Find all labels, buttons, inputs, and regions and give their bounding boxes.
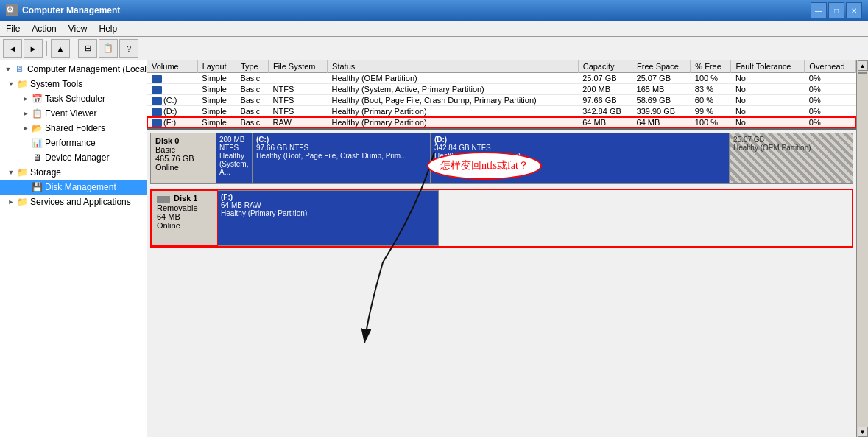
tree-label-performance: Performance bbox=[45, 138, 96, 148]
tree-system-tools[interactable]: ▼ 📁 System Tools bbox=[0, 77, 147, 91]
tree-label-services-apps: Services and Applications bbox=[30, 197, 131, 207]
scroll-thumb[interactable] bbox=[858, 72, 867, 74]
cell-pctfree: 100 % bbox=[691, 117, 731, 128]
left-pane: ▼ 🖥 Computer Management (Local ▼ 📁 Syste… bbox=[0, 60, 147, 437]
table-row[interactable]: SimpleBasicNTFSHealthy (System, Active, … bbox=[147, 84, 856, 95]
expander-event-viewer[interactable]: ► bbox=[21, 108, 31, 119]
cell-overhead: 0% bbox=[805, 95, 856, 106]
cell-filesystem: NTFS bbox=[269, 84, 328, 95]
expander-shared-folders[interactable]: ► bbox=[21, 123, 31, 133]
tree-performance[interactable]: ► 📊 Performance bbox=[0, 136, 147, 150]
disk1-size: 64 MB bbox=[157, 212, 213, 221]
partition-d[interactable]: (D:) 342.84 GB NTFS Healthy (Primary Par… bbox=[431, 133, 730, 183]
disk0-name: Disk 0 bbox=[155, 136, 211, 145]
cell-capacity: 25.07 GB bbox=[578, 73, 632, 84]
cell-freespace: 25.07 GB bbox=[632, 73, 691, 84]
col-type[interactable]: Type bbox=[236, 60, 268, 73]
maximize-button[interactable]: □ bbox=[828, 2, 844, 18]
cell-fault: No bbox=[731, 95, 805, 106]
volume-icon bbox=[152, 86, 162, 94]
col-freespace[interactable]: Free Space bbox=[632, 60, 691, 73]
toolbar-separator bbox=[46, 41, 47, 56]
table-body: SimpleBasicHealthy (OEM Partition)25.07 … bbox=[147, 73, 856, 128]
col-overhead[interactable]: Overhead bbox=[805, 60, 856, 73]
cell-capacity: 97.66 GB bbox=[578, 95, 632, 106]
tree-device-manager[interactable]: ► 🖥 Device Manager bbox=[0, 150, 147, 165]
table-row[interactable]: (D:)SimpleBasicNTFSHealthy (Primary Part… bbox=[147, 106, 856, 117]
col-layout[interactable]: Layout bbox=[197, 60, 236, 73]
tree-event-viewer[interactable]: ► 📋 Event Viewer bbox=[0, 106, 147, 121]
cell-volume bbox=[147, 73, 197, 84]
tree-storage[interactable]: ▼ 📁 Storage bbox=[0, 165, 147, 180]
volume-icon bbox=[152, 97, 162, 105]
up-button[interactable]: ▲ bbox=[51, 39, 70, 58]
task-icon: 📅 bbox=[31, 93, 43, 105]
menu-file[interactable]: File bbox=[0, 21, 26, 36]
performance-icon: 📊 bbox=[31, 137, 43, 149]
col-pctfree[interactable]: % Free bbox=[691, 60, 731, 73]
cell-filesystem bbox=[269, 73, 328, 84]
menu-action[interactable]: Action bbox=[26, 21, 62, 36]
cell-capacity: 64 MB bbox=[578, 117, 632, 128]
partition-oem[interactable]: 25.07 GB Healthy (OEM Partition) bbox=[730, 133, 853, 183]
cell-volume bbox=[147, 84, 197, 95]
window-controls[interactable]: — □ ✕ bbox=[811, 2, 862, 18]
minimize-button[interactable]: — bbox=[811, 2, 827, 18]
show-hide-button[interactable]: ⊞ bbox=[78, 39, 97, 58]
expander-task-scheduler[interactable]: ► bbox=[21, 94, 31, 104]
cell-pctfree: 83 % bbox=[691, 84, 731, 95]
scroll-down-button[interactable]: ▼ bbox=[858, 427, 868, 437]
tree-services-apps[interactable]: ► 📁 Services and Applications bbox=[0, 195, 147, 209]
col-filesystem[interactable]: File System bbox=[269, 60, 328, 73]
forward-button[interactable]: ► bbox=[24, 39, 43, 58]
expander-system-tools[interactable]: ▼ bbox=[6, 79, 16, 89]
close-button[interactable]: ✕ bbox=[846, 2, 862, 18]
partition-200mb[interactable]: 200 MB NTFS Healthy (System, A... bbox=[216, 133, 253, 183]
cell-type: Basic bbox=[236, 73, 268, 84]
cell-type: Basic bbox=[236, 106, 268, 117]
properties-button[interactable]: 📋 bbox=[99, 39, 118, 58]
menu-view[interactable]: View bbox=[63, 21, 93, 36]
event-icon: 📋 bbox=[31, 108, 43, 119]
cell-filesystem: NTFS bbox=[269, 95, 328, 106]
partition-c[interactable]: (C:) 97.66 GB NTFS Healthy (Boot, Page F… bbox=[253, 133, 431, 183]
expander-services-apps[interactable]: ► bbox=[6, 197, 16, 207]
disk1-type: Removable bbox=[157, 203, 213, 212]
tree-disk-management[interactable]: ► 💾 Disk Management bbox=[0, 180, 147, 195]
title-bar: ⚙ Computer Management — □ ✕ bbox=[0, 0, 868, 21]
menu-help[interactable]: Help bbox=[93, 21, 124, 36]
col-fault[interactable]: Fault Tolerance bbox=[731, 60, 805, 73]
cell-freespace: 58.69 GB bbox=[632, 95, 691, 106]
services-icon: 📁 bbox=[16, 196, 28, 208]
expander-root[interactable]: ▼ bbox=[3, 64, 13, 74]
cell-layout: Simple bbox=[197, 84, 236, 95]
expander-storage[interactable]: ▼ bbox=[6, 167, 16, 178]
cell-status: Healthy (Primary Partition) bbox=[328, 106, 579, 117]
scroll-up-button[interactable]: ▲ bbox=[858, 60, 868, 71]
vertical-scrollbar[interactable]: ▲ ▼ bbox=[856, 60, 868, 437]
cell-layout: Simple bbox=[197, 117, 236, 128]
cell-layout: Simple bbox=[197, 106, 236, 117]
computer-icon: 🖥 bbox=[13, 63, 25, 75]
cell-overhead: 0% bbox=[805, 106, 856, 117]
tree-task-scheduler[interactable]: ► 📅 Task Scheduler bbox=[0, 91, 147, 106]
tree-shared-folders[interactable]: ► 📂 Shared Folders bbox=[0, 121, 147, 136]
col-volume[interactable]: Volume bbox=[147, 60, 197, 73]
cell-overhead: 0% bbox=[805, 117, 856, 128]
shared-folder-icon: 📂 bbox=[31, 122, 43, 134]
toolbar: ◄ ► ▲ ⊞ 📋 ? bbox=[0, 37, 868, 60]
disk0-status: Online bbox=[155, 163, 211, 172]
col-capacity[interactable]: Capacity bbox=[578, 60, 632, 73]
tree-root[interactable]: ▼ 🖥 Computer Management (Local bbox=[0, 62, 147, 77]
table-row[interactable]: (C:)SimpleBasicNTFSHealthy (Boot, Page F… bbox=[147, 95, 856, 106]
partition-f[interactable]: (F:) 64 MB RAW Healthy (Primary Partitio… bbox=[218, 191, 438, 245]
table-row[interactable]: SimpleBasicHealthy (OEM Partition)25.07 … bbox=[147, 73, 856, 84]
back-button[interactable]: ◄ bbox=[3, 39, 22, 58]
main-container: ▼ 🖥 Computer Management (Local ▼ 📁 Syste… bbox=[0, 60, 868, 437]
help-button[interactable]: ? bbox=[119, 39, 138, 58]
col-status[interactable]: Status bbox=[328, 60, 579, 73]
cell-status: Healthy (OEM Partition) bbox=[328, 73, 579, 84]
cell-capacity: 342.84 GB bbox=[578, 106, 632, 117]
table-row[interactable]: (F:)SimpleBasicRAWHealthy (Primary Parti… bbox=[147, 117, 856, 128]
disk1-status: Online bbox=[157, 221, 213, 230]
